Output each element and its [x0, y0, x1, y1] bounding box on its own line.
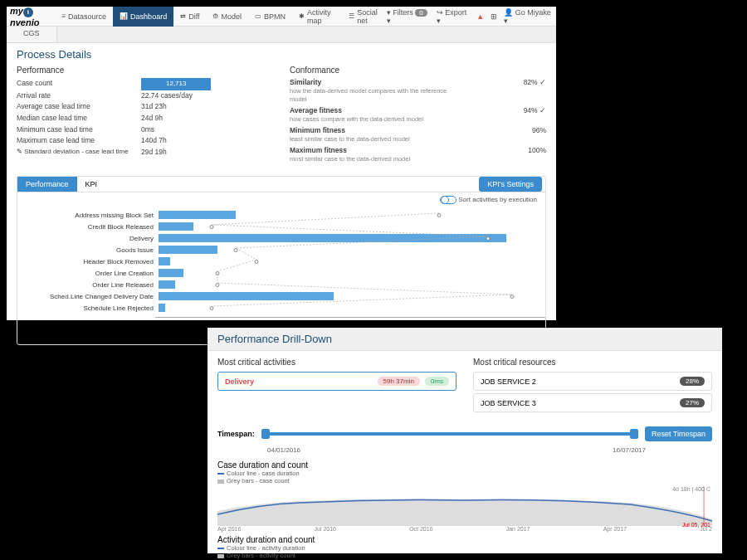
timespan-slider[interactable]	[261, 432, 638, 436]
conf-row: Minimum fitnessleast similar case to the…	[290, 126, 546, 143]
nav-model[interactable]: ⚙Model	[206, 7, 248, 27]
grid-icon[interactable]: ⊞	[491, 12, 497, 21]
bar-row: Order Line Creation	[26, 267, 537, 279]
dashboard-window: myinvenio ≡Datasource📊Dashboard⇄Diff⚙Mod…	[7, 7, 556, 320]
case-section-title: Case duration and count	[217, 460, 712, 470]
performance-col: Performance Case count12,713Arrival rate…	[17, 66, 273, 166]
resource-row[interactable]: JOB SERVICE 327%	[473, 393, 712, 412]
case-timeline: Apr 2016Jul 2016Oct 2016Jan 2017Apr 2017…	[217, 526, 712, 532]
resources-col: Most critical resources JOB SERVICE 228%…	[473, 358, 712, 415]
export-button[interactable]: ↪ Export ▾	[437, 8, 471, 25]
drilldown-window: Performance Drill-Down Most critical act…	[208, 328, 722, 553]
conformance-col: Conformance Similarityhow the data-deriv…	[290, 66, 546, 166]
case-legend: Colour line - case duration Grey bars - …	[217, 470, 712, 485]
main-nav: ≡Datasource📊Dashboard⇄Diff⚙Model▭BPMN✱Ac…	[55, 7, 386, 27]
filters-button[interactable]: ▾ Filters 0 ▾	[387, 8, 430, 25]
bell-icon[interactable]: ▲	[476, 12, 484, 21]
bar-row: Address missing Block Set	[26, 209, 537, 221]
perf-row: Arrival rate22.74 cases/day	[17, 90, 273, 102]
act-legend: Colour line - activity duration Grey bar…	[217, 544, 712, 559]
logo: myinvenio	[10, 6, 55, 27]
perf-row: Median case lead time24d 9h	[17, 113, 273, 124]
case-duration-section: Case duration and count Colour line - ca…	[208, 459, 722, 533]
timespan-to: 16/07/2017	[613, 446, 646, 454]
perf-row: Minimum case lead time0ms	[17, 124, 273, 136]
case-tooltip: Jul 05, 201	[682, 522, 710, 528]
filters-count-badge: 0	[415, 9, 427, 17]
sort-toggle[interactable]	[440, 196, 456, 204]
bar-row: Goods Issue	[26, 244, 537, 256]
drill-head: Most critical activities Delivery59h 37m…	[208, 351, 722, 421]
sort-row: Sort activities by execution	[17, 192, 545, 207]
nav-dashboard[interactable]: 📊Dashboard	[113, 7, 173, 27]
bar-row: Delivery	[26, 232, 537, 244]
case-chart: 4d 18h | 400 C Jul 05, 201	[217, 486, 712, 526]
topbar: myinvenio ≡Datasource📊Dashboard⇄Diff⚙Mod…	[7, 7, 556, 27]
nav-activity-map[interactable]: ✱Activity map	[292, 7, 342, 27]
timespan-from: 04/01/2016	[267, 446, 300, 454]
slider-handle-right[interactable]	[630, 429, 638, 439]
case-corner-label: 4d 18h | 400 C	[672, 486, 710, 492]
timespan-label: Timespan:	[217, 430, 255, 438]
activity-duration-section: Activity duration and count Colour line …	[208, 533, 722, 560]
perf-row: ✎ Standard deviation - case lead time29d…	[17, 147, 273, 158]
nav-social-net[interactable]: ☰Social net	[342, 7, 386, 27]
toolbar-right: ▾ Filters 0 ▾ ↪ Export ▾ ▲ ⊞ 👤 Go Miyake…	[387, 8, 553, 25]
resource-row[interactable]: JOB SERVICE 228%	[473, 372, 712, 391]
tab-kpi[interactable]: KPI	[77, 177, 106, 192]
resources-heading: Most critical resources	[473, 358, 712, 367]
process-details-title: Process Details	[7, 43, 556, 66]
tab-performance[interactable]: Performance	[17, 177, 77, 192]
drilldown-title: Performance Drill-Down	[208, 328, 722, 351]
conf-row: Average fitnesshow cases compare with th…	[290, 106, 546, 123]
details-panel: Performance Case count12,713Arrival rate…	[7, 66, 556, 173]
reset-timespan-button[interactable]: Reset Timespan	[645, 426, 712, 441]
perf-row: Average case lead time31d 23h	[17, 101, 273, 113]
perf-row: Maximum case lead time140d 7h	[17, 135, 273, 147]
bar-row: Header Block Removed	[26, 256, 537, 267]
subtab-bar: CGS	[7, 27, 556, 43]
bar-row: Sched.Line Changed Delivery Date	[26, 290, 537, 302]
perf-row: Case count12,713	[17, 78, 273, 90]
nav-datasource[interactable]: ≡Datasource	[55, 7, 113, 27]
slider-handle-left[interactable]	[261, 429, 270, 439]
chart-tabs: Performance KPI KPI's Settings	[17, 177, 545, 192]
timespan-dates: 04/01/2016 16/07/2017	[257, 446, 722, 459]
sort-label: Sort activities by execution	[458, 196, 537, 203]
conf-row: Similarityhow the data-derived model com…	[290, 78, 546, 103]
bar-row: Order Line Released	[26, 279, 537, 290]
bar-row: Schedule Line Rejected	[26, 302, 537, 314]
user-menu[interactable]: 👤 Go Miyake ▾	[504, 8, 553, 25]
chart-panel: Performance KPI KPI's Settings Sort acti…	[17, 176, 546, 345]
performance-heading: Performance	[17, 66, 273, 75]
activity-row[interactable]: Delivery59h 37min0ms	[217, 372, 456, 391]
conformance-heading: Conformance	[290, 66, 546, 75]
activities-col: Most critical activities Delivery59h 37m…	[217, 358, 456, 415]
nav-bpmn[interactable]: ▭BPMN	[248, 7, 292, 27]
act-section-title: Activity duration and count	[217, 535, 712, 544]
nav-diff[interactable]: ⇄Diff	[173, 7, 206, 27]
subtab-cgs[interactable]: CGS	[7, 27, 57, 42]
x-axis: 00.20.40.60.811.21.41.61.822.22.42.6	[155, 317, 545, 329]
timespan-row: Timespan: Reset Timespan	[208, 421, 722, 446]
kpi-settings-button[interactable]: KPI's Settings	[479, 177, 542, 192]
bar-chart: Address missing Block SetCredit Block Re…	[17, 207, 545, 317]
conf-row: Maximum fitnessmost similar case to the …	[290, 146, 546, 163]
bar-row: Credit Block Released	[26, 221, 537, 232]
activities-heading: Most critical activities	[217, 358, 456, 367]
